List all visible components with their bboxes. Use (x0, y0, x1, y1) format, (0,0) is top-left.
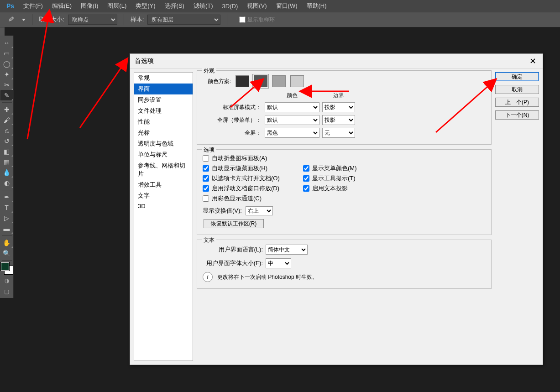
shape-tool-icon[interactable]: ▬ (0, 224, 13, 234)
gradient-tool-icon[interactable]: ▦ (0, 157, 13, 167)
path-select-tool-icon[interactable]: ▷ (0, 213, 13, 223)
mode-full-border[interactable]: 无 (322, 128, 355, 138)
menu-help[interactable]: 帮助(H) (302, 2, 331, 10)
foreground-color-swatch[interactable] (1, 262, 9, 271)
hand-tool-icon[interactable]: ✋ (0, 238, 13, 248)
category-cursors[interactable]: 光标 (134, 127, 193, 138)
category-performance[interactable]: 性能 (134, 116, 193, 127)
tool-preset-dropdown-icon[interactable] (22, 19, 26, 21)
color-scheme-swatch-1[interactable] (236, 75, 249, 87)
ui-language-select[interactable]: 简体中文 (266, 245, 308, 255)
menu-filter[interactable]: 滤镜(T) (189, 2, 218, 10)
sample-layers-select[interactable]: 所有图层 (147, 15, 220, 25)
ui-font-size-select[interactable]: 中 (266, 258, 291, 268)
healing-tool-icon[interactable]: ✚ (0, 105, 13, 115)
brush-tool-icon[interactable]: 🖌 (0, 115, 13, 125)
next-button[interactable]: 下一个(N) (495, 110, 539, 120)
menu-edit[interactable]: 编辑(E) (47, 2, 76, 10)
chk-autoshow-label: 自动显示隐藏面板(H) (212, 164, 267, 172)
menu-3d[interactable]: 3D(D) (218, 3, 243, 10)
mode-standard-color[interactable]: 默认 (265, 102, 319, 112)
color-scheme-swatch-2[interactable] (254, 75, 267, 87)
mode-head-border: 边界 (322, 92, 355, 99)
menu-layer[interactable]: 图层(L) (103, 2, 131, 10)
color-scheme-label: 颜色方案: (203, 78, 231, 85)
category-file-handling[interactable]: 文件处理 (134, 105, 193, 116)
color-scheme-swatch-3[interactable] (272, 75, 286, 87)
ok-button[interactable]: 确定 (495, 72, 539, 81)
eraser-tool-icon[interactable]: ◧ (0, 146, 13, 157)
chk-tooltips[interactable]: 显示工具提示(T) (303, 174, 394, 183)
wand-tool-icon[interactable]: ✦ (0, 69, 13, 79)
reset-workspaces-button[interactable]: 恢复默认工作区(R) (204, 219, 264, 228)
screen-mode-icon[interactable]: ▢ (1, 287, 12, 296)
tool-preset-icon[interactable] (8, 15, 17, 24)
show-sampling-ring[interactable]: 显示取样环 (239, 16, 275, 24)
category-units[interactable]: 单位与标尺 (134, 149, 193, 160)
menu-window[interactable]: 窗口(W) (272, 2, 302, 10)
mode-fullmenu-label: 全屏（带菜单）： (207, 116, 262, 124)
chk-tabdoc[interactable]: 以选项卡方式打开文档(O) (203, 174, 294, 183)
chk-tooltips-box[interactable] (303, 175, 309, 182)
category-interface[interactable]: 界面 (134, 84, 193, 94)
show-sampling-ring-checkbox[interactable] (239, 16, 246, 23)
mode-full-color[interactable]: 黑色 (265, 128, 319, 138)
menu-image[interactable]: 图像(I) (76, 2, 103, 10)
color-scheme-swatch-4[interactable] (290, 75, 304, 87)
chk-floatdock[interactable]: 启用浮动文档窗口停放(D) (203, 184, 294, 193)
category-general[interactable]: 常规 (134, 73, 193, 84)
eyedropper-tool-icon[interactable]: ✎ (0, 90, 13, 100)
transform-values-select[interactable]: 右上 (246, 206, 273, 215)
menu-select[interactable]: 选择(S) (160, 2, 189, 10)
chk-textshadow[interactable]: 启用文本投影 (303, 184, 394, 193)
chk-colorchannel-label: 用彩色显示通道(C) (212, 194, 262, 203)
prev-button[interactable]: 上一个(P) (495, 98, 539, 107)
blur-tool-icon[interactable]: 💧 (0, 167, 13, 178)
app-logo: Ps (2, 2, 19, 10)
text-legend: 文本 (202, 236, 216, 244)
mode-fullmenu-color[interactable]: 默认 (265, 115, 319, 125)
quick-mask-icon[interactable]: ◑ (1, 276, 12, 285)
move-tool-icon[interactable]: ↔ (0, 38, 13, 48)
chk-autocollapse[interactable]: 自动折叠图标面板(A) (203, 154, 294, 162)
chk-colorchannel[interactable]: 用彩色显示通道(C) (203, 194, 294, 203)
chk-menucolor[interactable]: 显示菜单颜色(M) (303, 164, 394, 172)
category-sync[interactable]: 同步设置 (134, 94, 193, 105)
chk-textshadow-box[interactable] (303, 185, 309, 192)
zoom-tool-icon[interactable]: 🔍 (0, 248, 13, 258)
menu-file[interactable]: 文件(F) (19, 2, 47, 10)
category-type[interactable]: 文字 (134, 190, 193, 201)
category-transparency[interactable]: 透明度与色域 (134, 138, 193, 149)
menu-view[interactable]: 视图(V) (242, 2, 271, 10)
cancel-button[interactable]: 取消 (495, 85, 539, 94)
type-tool-icon[interactable]: T (0, 203, 13, 213)
chk-autoshow[interactable]: 自动显示隐藏面板(H) (203, 164, 294, 172)
crop-tool-icon[interactable]: ✂ (0, 80, 13, 90)
chk-tabdoc-label: 以选项卡方式打开文档(O) (212, 174, 280, 183)
mode-full-label: 全屏： (207, 129, 262, 137)
chk-autocollapse-label: 自动折叠图标面板(A) (212, 154, 267, 162)
pen-tool-icon[interactable]: ✒ (0, 192, 13, 202)
chk-menucolor-label: 显示菜单颜色(M) (312, 164, 357, 172)
chk-floatdock-box[interactable] (203, 185, 209, 192)
chk-menucolor-box[interactable] (303, 165, 309, 172)
marquee-tool-icon[interactable]: ▭ (0, 48, 13, 58)
panel-tab-strip[interactable] (0, 27, 5, 36)
stamp-tool-icon[interactable]: ⎌ (0, 125, 13, 136)
menu-type[interactable]: 类型(Y) (131, 2, 160, 10)
close-icon[interactable]: ✕ (528, 54, 538, 68)
mode-fullmenu-border[interactable]: 投影 (322, 115, 355, 125)
dodge-tool-icon[interactable]: ◐ (0, 178, 13, 188)
color-swatches[interactable] (1, 262, 13, 274)
chk-colorchannel-box[interactable] (203, 195, 209, 202)
chk-autocollapse-box[interactable] (203, 155, 209, 162)
chk-tabdoc-box[interactable] (203, 175, 209, 182)
category-3d[interactable]: 3D (134, 201, 193, 211)
lasso-tool-icon[interactable]: ◯ (0, 59, 13, 69)
mode-standard-border[interactable]: 投影 (322, 102, 355, 112)
sample-size-select[interactable]: 取样点 (68, 15, 117, 25)
category-plugins[interactable]: 增效工具 (134, 179, 193, 190)
chk-autoshow-box[interactable] (203, 165, 209, 172)
history-brush-tool-icon[interactable]: ↺ (0, 136, 13, 146)
category-guides[interactable]: 参考线、网格和切片 (134, 160, 193, 179)
